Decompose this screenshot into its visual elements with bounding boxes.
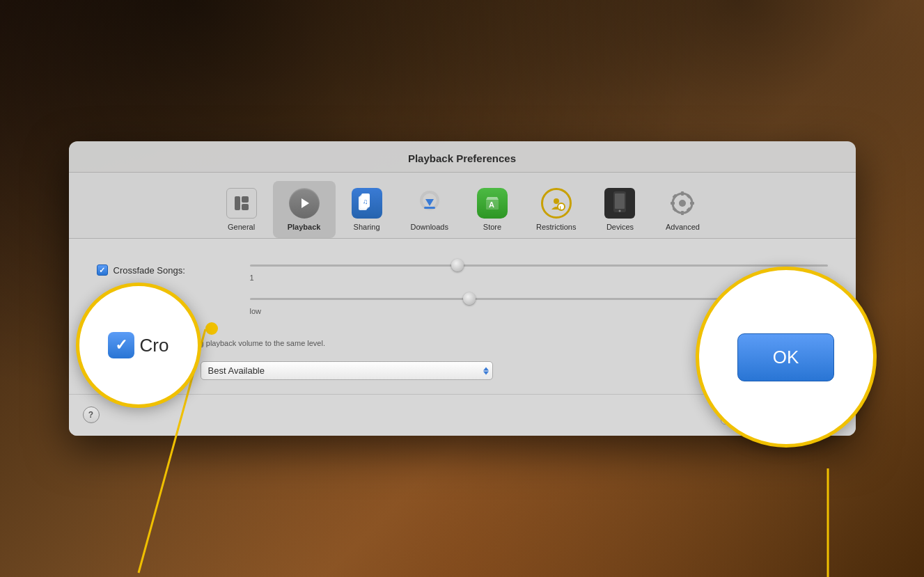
crossfade-label: Crossfade Songs:: [113, 265, 185, 276]
zoom-content-left: ✓ Cro: [108, 332, 169, 358]
svg-marker-3: [302, 198, 309, 208]
crossfade-slider-line: [250, 264, 828, 267]
tab-devices[interactable]: Devices: [588, 181, 651, 238]
svg-point-21: [679, 200, 686, 207]
crossfade-label-group: Crossfade Songs:: [97, 264, 236, 276]
zoom-circle-right: OK: [696, 267, 877, 448]
crossfade-slider-thumb[interactable]: [451, 259, 464, 271]
crossfade-row: Crossfade Songs: 1 seconds: [97, 258, 828, 282]
advanced-icon: [666, 187, 699, 220]
svg-rect-22: [681, 191, 684, 196]
video-quality-select-wrapper: Best Available High Quality Good Quality: [201, 361, 493, 380]
tab-restrictions-label: Restrictions: [536, 223, 576, 231]
tab-downloads[interactable]: Downloads: [398, 181, 461, 238]
svg-point-15: [558, 203, 565, 210]
svg-point-19: [619, 210, 621, 212]
general-icon: [225, 187, 258, 220]
svg-rect-1: [242, 196, 249, 203]
sharing-icon: ♫: [350, 187, 384, 220]
crossfade-value: 1: [250, 274, 254, 282]
tab-general-label: General: [228, 223, 255, 231]
dialog-title: Playback Preferences: [408, 152, 516, 164]
help-button[interactable]: ?: [83, 406, 100, 423]
svg-rect-24: [671, 202, 675, 205]
zoom-checkbox-large: ✓: [108, 332, 134, 358]
tab-downloads-label: Downloads: [411, 223, 448, 231]
svg-rect-18: [615, 193, 625, 209]
tab-store[interactable]: A Store: [461, 181, 524, 238]
tab-advanced[interactable]: Advanced: [651, 181, 714, 238]
downloads-icon: [413, 187, 446, 220]
svg-text:i: i: [559, 205, 561, 211]
restrictions-icon: i: [540, 187, 573, 220]
dialog-titlebar: Playback Preferences: [69, 141, 856, 173]
toolbar: General Playback ♫: [69, 173, 856, 238]
crossfade-slider-track[interactable]: [250, 258, 828, 272]
tab-devices-label: Devices: [606, 223, 634, 231]
zoom-circle-left: ✓ Cro: [76, 283, 201, 408]
tab-sharing-label: Sharing: [354, 223, 380, 231]
video-quality-select[interactable]: Best Available High Quality Good Quality: [201, 361, 493, 380]
tab-restrictions[interactable]: i Restrictions: [524, 181, 588, 238]
tab-playback-label: Playback: [288, 223, 321, 231]
tab-sharing[interactable]: ♫ Sharing: [336, 181, 398, 238]
zoom-circle-right-content: OK: [723, 319, 849, 395]
preferences-dialog: Playback Preferences General Playback: [69, 141, 856, 436]
tab-general[interactable]: General: [210, 181, 273, 238]
annotation-dot-crossfade: [205, 322, 218, 335]
svg-rect-25: [690, 202, 694, 205]
devices-icon: [603, 187, 636, 220]
enhancer-low-label: low: [250, 307, 262, 315]
zoom-text-large: Cro: [140, 335, 169, 356]
svg-rect-0: [235, 196, 240, 210]
playback-icon: [288, 187, 321, 220]
zoom-ok-button[interactable]: OK: [737, 333, 835, 381]
store-icon: A: [476, 187, 509, 220]
crossfade-checkbox[interactable]: [97, 264, 108, 276]
tab-advanced-label: Advanced: [666, 223, 700, 231]
svg-rect-11: [424, 207, 435, 209]
svg-rect-2: [242, 204, 249, 210]
svg-text:A: A: [489, 200, 494, 209]
tab-store-label: Store: [483, 223, 501, 231]
enhancer-slider-thumb[interactable]: [463, 292, 476, 305]
svg-rect-23: [681, 211, 684, 215]
svg-text:♫: ♫: [363, 198, 368, 205]
tab-playback[interactable]: Playback: [273, 181, 336, 238]
svg-point-14: [554, 198, 559, 204]
